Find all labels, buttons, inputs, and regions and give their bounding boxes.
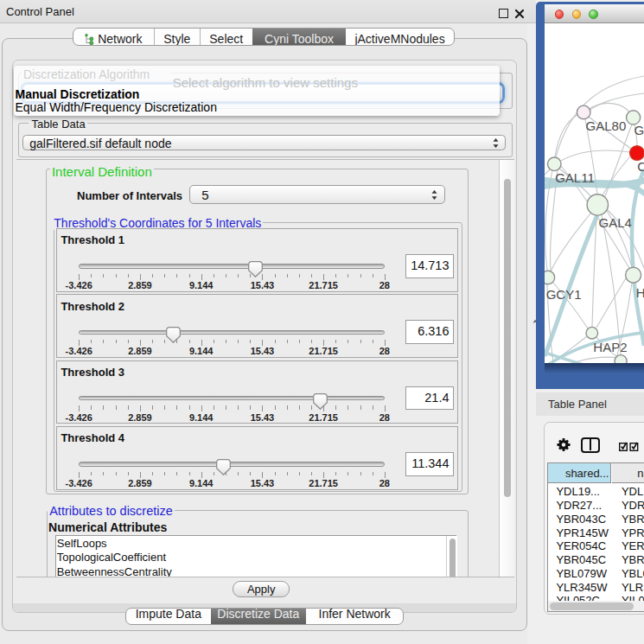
svg-text:GAL80: GAL80: [586, 118, 627, 133]
svg-text:CD: CD: [637, 159, 644, 174]
svg-text:GAL7: GAL7: [634, 123, 644, 137]
svg-text:GAL11: GAL11: [555, 170, 595, 185]
svg-text:HT: HT: [636, 285, 644, 300]
svg-text:HAP2: HAP2: [593, 340, 627, 354]
svg-text:GAL4: GAL4: [599, 215, 632, 230]
svg-text:GCY1: GCY1: [546, 287, 582, 302]
